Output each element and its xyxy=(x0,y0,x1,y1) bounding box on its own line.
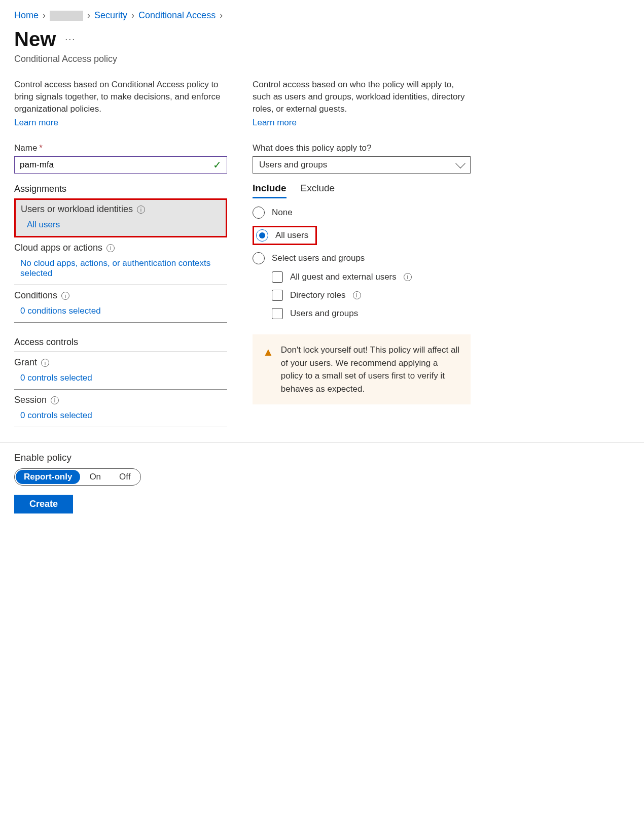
chevron-right-icon: › xyxy=(131,10,134,21)
chevron-right-icon: › xyxy=(43,10,46,21)
section-conditions[interactable]: Conditions i 0 conditions selected xyxy=(14,285,227,323)
right-description: Control access based on who the policy w… xyxy=(253,79,471,115)
radio-icon xyxy=(253,252,265,264)
apply-to-label: What does this policy apply to? xyxy=(253,143,471,153)
section-users-value[interactable]: All users xyxy=(27,220,221,230)
section-cloud-apps[interactable]: Cloud apps or actions i No cloud apps, a… xyxy=(14,237,227,285)
checkbox-icon xyxy=(272,308,283,319)
breadcrumb-redacted[interactable] xyxy=(50,11,83,21)
info-icon[interactable]: i xyxy=(61,292,69,300)
warning-callout: ▲ Don't lock yourself out! This policy w… xyxy=(253,334,471,404)
toggle-off[interactable]: Off xyxy=(110,470,139,484)
assignments-heading: Assignments xyxy=(14,184,227,194)
section-grant[interactable]: Grant i 0 controls selected xyxy=(14,352,227,390)
info-icon[interactable]: i xyxy=(106,244,115,252)
left-description: Control access based on Conditional Acce… xyxy=(14,79,227,115)
radio-all-users[interactable]: All users xyxy=(256,229,308,242)
enable-policy-toggle[interactable]: Report-only On Off xyxy=(14,468,141,486)
breadcrumb-conditional-access[interactable]: Conditional Access xyxy=(138,10,216,21)
section-grant-value[interactable]: 0 controls selected xyxy=(20,373,227,383)
chevron-right-icon: › xyxy=(220,10,223,21)
page-title: New xyxy=(14,28,56,51)
breadcrumb: Home › › Security › Conditional Access › xyxy=(14,10,630,21)
footer-divider xyxy=(0,442,644,443)
tab-exclude[interactable]: Exclude xyxy=(301,180,335,198)
info-icon[interactable]: i xyxy=(404,273,412,281)
chevron-down-icon xyxy=(455,158,466,168)
radio-icon xyxy=(256,229,268,242)
enable-policy-label: Enable policy xyxy=(14,452,630,463)
name-input[interactable] xyxy=(20,160,213,170)
section-conditions-value[interactable]: 0 conditions selected xyxy=(20,306,227,316)
create-button[interactable]: Create xyxy=(14,495,73,513)
name-label: Name* xyxy=(14,143,227,153)
checkmark-icon: ✓ xyxy=(213,159,222,171)
toggle-on[interactable]: On xyxy=(80,470,110,484)
check-users-groups[interactable]: Users and groups xyxy=(272,308,471,319)
section-apps-value[interactable]: No cloud apps, actions, or authenticatio… xyxy=(20,258,227,279)
check-guests[interactable]: All guest and external users i xyxy=(272,271,471,283)
check-ug-label: Users and groups xyxy=(290,309,358,319)
apply-to-select[interactable]: Users and groups xyxy=(253,156,471,174)
name-input-wrapper[interactable]: ✓ xyxy=(14,156,227,174)
radio-none[interactable]: None xyxy=(253,207,471,219)
learn-more-link[interactable]: Learn more xyxy=(14,118,58,128)
checkbox-icon xyxy=(272,290,283,301)
tab-include[interactable]: Include xyxy=(253,180,287,198)
info-icon[interactable]: i xyxy=(353,291,361,299)
check-guests-label: All guest and external users xyxy=(290,272,397,282)
section-conditions-title: Conditions xyxy=(14,290,57,301)
page-subtitle: Conditional Access policy xyxy=(14,54,630,64)
section-session-title: Session xyxy=(14,395,47,405)
chevron-right-icon: › xyxy=(87,10,90,21)
warning-text: Don't lock yourself out! This policy wil… xyxy=(281,344,460,395)
info-icon[interactable]: i xyxy=(41,359,49,367)
radio-select-users-label: Select users and groups xyxy=(272,253,365,263)
info-icon[interactable]: i xyxy=(51,396,59,404)
section-users-title: Users or workload identities xyxy=(21,204,133,215)
required-star-icon: * xyxy=(39,143,43,153)
learn-more-link-right[interactable]: Learn more xyxy=(253,118,297,128)
section-session[interactable]: Session i 0 controls selected xyxy=(14,390,227,427)
section-grant-title: Grant xyxy=(14,357,37,368)
check-roles-label: Directory roles xyxy=(290,290,346,300)
radio-icon xyxy=(253,207,265,219)
radio-none-label: None xyxy=(272,208,293,218)
info-icon[interactable]: i xyxy=(137,206,145,214)
apply-to-value: Users and groups xyxy=(259,160,327,170)
section-users-identities[interactable]: Users or workload identities i All users xyxy=(14,198,227,237)
check-directory-roles[interactable]: Directory roles i xyxy=(272,290,471,301)
radio-all-users-highlight: All users xyxy=(253,226,317,245)
access-controls-heading: Access controls xyxy=(14,337,227,348)
toggle-report-only[interactable]: Report-only xyxy=(16,470,80,484)
checkbox-icon xyxy=(272,271,283,283)
section-apps-title: Cloud apps or actions xyxy=(14,243,102,253)
radio-all-users-label: All users xyxy=(275,230,308,241)
section-session-value[interactable]: 0 controls selected xyxy=(20,410,227,421)
more-actions-icon[interactable]: ··· xyxy=(65,34,76,45)
breadcrumb-home[interactable]: Home xyxy=(14,10,39,21)
radio-select-users[interactable]: Select users and groups xyxy=(253,252,471,264)
breadcrumb-security[interactable]: Security xyxy=(94,10,127,21)
include-exclude-tabs: Include Exclude xyxy=(253,180,471,198)
warning-icon: ▲ xyxy=(263,344,274,395)
